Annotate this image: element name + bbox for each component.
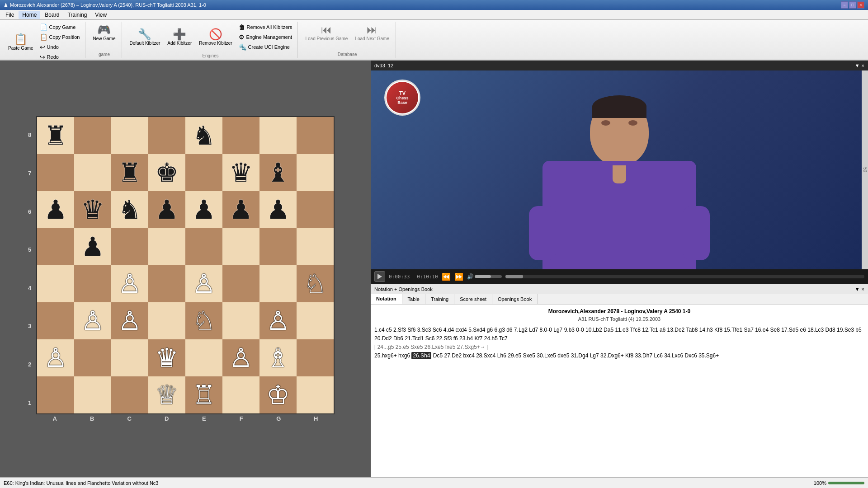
square-c1[interactable]: [111, 376, 148, 413]
square-b5[interactable]: ♟: [74, 228, 111, 265]
maximize-button[interactable]: □: [849, 1, 856, 9]
new-game-button[interactable]: 🎮 New Game: [90, 23, 118, 43]
square-g5[interactable]: [259, 228, 297, 265]
tab-notation[interactable]: Notation: [371, 294, 402, 304]
square-a8[interactable]: ♜: [37, 117, 74, 154]
square-d6[interactable]: ♟: [148, 191, 185, 228]
square-c4[interactable]: ♙: [111, 265, 148, 302]
square-g6[interactable]: ♟: [259, 191, 297, 228]
square-d7[interactable]: ♚: [148, 154, 185, 191]
square-d8[interactable]: [148, 117, 185, 154]
square-b6[interactable]: ♛: [74, 191, 111, 228]
default-kibitzer-button[interactable]: 🔧 Default Kibitzer: [127, 27, 163, 47]
video-dropdown-icon[interactable]: ▼: [855, 63, 860, 68]
paste-game-button[interactable]: 📋 Paste Game: [5, 32, 36, 52]
square-h6[interactable]: [297, 191, 334, 228]
remove-kibitzer-button[interactable]: 🚫 Remove Kibitzer: [196, 27, 235, 47]
notation-area[interactable]: Morozevich,Alexander 2678 - Loginov,Vale…: [371, 305, 868, 477]
square-h5[interactable]: [297, 228, 334, 265]
square-b1[interactable]: [74, 376, 111, 413]
square-f7[interactable]: ♛: [222, 154, 259, 191]
square-h1[interactable]: [297, 376, 334, 413]
zoom-bar[interactable]: [828, 482, 864, 484]
square-e8[interactable]: ♞: [185, 117, 222, 154]
square-e6[interactable]: ♟: [185, 191, 222, 228]
square-d2[interactable]: ♛: [148, 339, 185, 376]
square-c3[interactable]: ♙: [111, 302, 148, 339]
square-f8[interactable]: [222, 117, 259, 154]
square-b8[interactable]: [74, 117, 111, 154]
square-f4[interactable]: [222, 265, 259, 302]
load-prev-button[interactable]: ⏮ Load Previous Game: [302, 23, 350, 43]
volume-slider[interactable]: [475, 275, 502, 278]
square-f6[interactable]: ♟: [222, 191, 259, 228]
square-h4[interactable]: ♘: [297, 265, 334, 302]
square-d1[interactable]: ♕: [148, 376, 185, 413]
engine-management-button[interactable]: ⚙ Engine Management: [237, 33, 294, 42]
square-a3[interactable]: [37, 302, 74, 339]
square-f5[interactable]: [222, 228, 259, 265]
menu-training[interactable]: Training: [64, 11, 90, 19]
menu-home[interactable]: Home: [19, 11, 40, 19]
square-a2[interactable]: ♙: [37, 339, 74, 376]
fast-forward-button[interactable]: ⏩: [454, 272, 463, 281]
square-g8[interactable]: [259, 117, 297, 154]
menu-board[interactable]: Board: [41, 11, 63, 19]
square-f1[interactable]: [222, 376, 259, 413]
square-g1[interactable]: ♔: [259, 376, 297, 413]
close-button[interactable]: ×: [857, 1, 864, 9]
square-c5[interactable]: [111, 228, 148, 265]
play-button[interactable]: [374, 271, 385, 282]
square-b4[interactable]: [74, 265, 111, 302]
menu-file[interactable]: File: [2, 11, 18, 19]
load-next-button[interactable]: ⏭ Load Next Game: [352, 23, 392, 43]
square-d3[interactable]: [148, 302, 185, 339]
tab-openings-book[interactable]: Openings Book: [492, 294, 538, 304]
square-g7[interactable]: ♝: [259, 154, 297, 191]
tab-training[interactable]: Training: [425, 294, 454, 304]
square-b2[interactable]: [74, 339, 111, 376]
square-g4[interactable]: [259, 265, 297, 302]
square-b3[interactable]: ♙: [74, 302, 111, 339]
square-e5[interactable]: [185, 228, 222, 265]
undo-button[interactable]: ↩ Undo: [38, 42, 82, 52]
square-a1[interactable]: [37, 376, 74, 413]
progress-bar[interactable]: [505, 275, 864, 278]
rewind-button[interactable]: ⏪: [442, 272, 451, 281]
video-close-icon[interactable]: ×: [862, 63, 864, 68]
redo-button[interactable]: ↪ Redo: [38, 52, 82, 61]
square-e7[interactable]: [185, 154, 222, 191]
add-kibitzer-button[interactable]: ➕ Add Kibitzer: [165, 27, 194, 47]
square-e2[interactable]: [185, 339, 222, 376]
square-a7[interactable]: [37, 154, 74, 191]
remove-all-kibitzers-button[interactable]: 🗑 Remove All Kibitzers: [237, 23, 294, 32]
square-h3[interactable]: [297, 302, 334, 339]
notation-dropdown-icon[interactable]: ▼: [855, 286, 860, 292]
tab-table[interactable]: Table: [402, 294, 425, 304]
square-d5[interactable]: [148, 228, 185, 265]
square-c6[interactable]: ♞: [111, 191, 148, 228]
square-a5[interactable]: [37, 228, 74, 265]
minimize-button[interactable]: −: [841, 1, 848, 9]
notation-close-icon[interactable]: ×: [862, 286, 864, 292]
square-d4[interactable]: [148, 265, 185, 302]
square-f3[interactable]: [222, 302, 259, 339]
square-g3[interactable]: ♙: [259, 302, 297, 339]
square-e1[interactable]: ♖: [185, 376, 222, 413]
square-h8[interactable]: [297, 117, 334, 154]
square-e3[interactable]: ♘: [185, 302, 222, 339]
create-uci-button[interactable]: 🔩 Create UCI Engine: [237, 42, 294, 52]
copy-position-button[interactable]: 📋 Copy Position: [38, 33, 82, 42]
square-e4[interactable]: ♙: [185, 265, 222, 302]
square-g2[interactable]: ♗: [259, 339, 297, 376]
square-f2[interactable]: ♙: [222, 339, 259, 376]
square-c7[interactable]: ♜: [111, 154, 148, 191]
menu-view[interactable]: View: [91, 11, 110, 19]
tab-score-sheet[interactable]: Score sheet: [454, 294, 492, 304]
square-h2[interactable]: [297, 339, 334, 376]
square-c2[interactable]: [111, 339, 148, 376]
square-a4[interactable]: [37, 265, 74, 302]
square-h7[interactable]: [297, 154, 334, 191]
square-b7[interactable]: [74, 154, 111, 191]
copy-game-button[interactable]: 📄 Copy Game: [38, 23, 82, 32]
